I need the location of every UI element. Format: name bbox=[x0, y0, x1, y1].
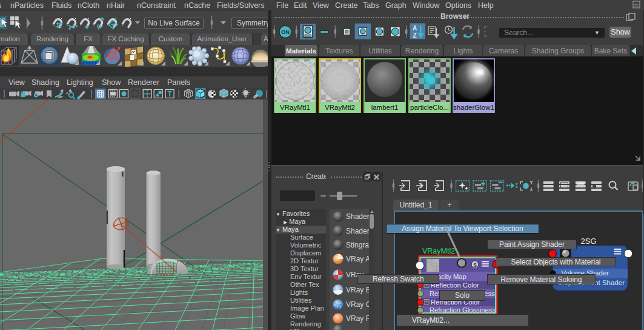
svg-text:VRay Fa: VRay Fa bbox=[346, 314, 369, 323]
svg-text:VRayMtl1: VRayMtl1 bbox=[280, 104, 310, 111]
svg-text:2SG: 2SG bbox=[581, 237, 597, 246]
svg-text:VRayMtl2: VRayMtl2 bbox=[325, 104, 355, 111]
svg-text:S: S bbox=[473, 262, 477, 268]
svg-text:VRay Al: VRay Al bbox=[346, 255, 369, 263]
svg-text:Stingray: Stingray bbox=[346, 241, 369, 249]
svg-text:VRay Bu: VRay Bu bbox=[346, 286, 369, 294]
svg-text:Refraction Glossiness: Refraction Glossiness bbox=[430, 306, 496, 314]
svg-text:A: A bbox=[413, 25, 417, 32]
svg-text:T: T bbox=[167, 90, 172, 98]
svg-text:shaderGlow1: shaderGlow1 bbox=[453, 104, 494, 111]
svg-text:Shaderf: Shaderf bbox=[346, 227, 369, 235]
svg-text:Shaderf: Shaderf bbox=[346, 212, 369, 221]
svg-text:lambert1: lambert1 bbox=[371, 104, 399, 111]
svg-text:ON: ON bbox=[281, 29, 290, 35]
svg-text:particleClo...: particleClo... bbox=[410, 104, 449, 111]
svg-text:Z: Z bbox=[413, 32, 416, 39]
svg-text:VRay Ca: VRay Ca bbox=[346, 300, 369, 309]
svg-text:VRayMtl2: VRayMtl2 bbox=[422, 247, 455, 255]
